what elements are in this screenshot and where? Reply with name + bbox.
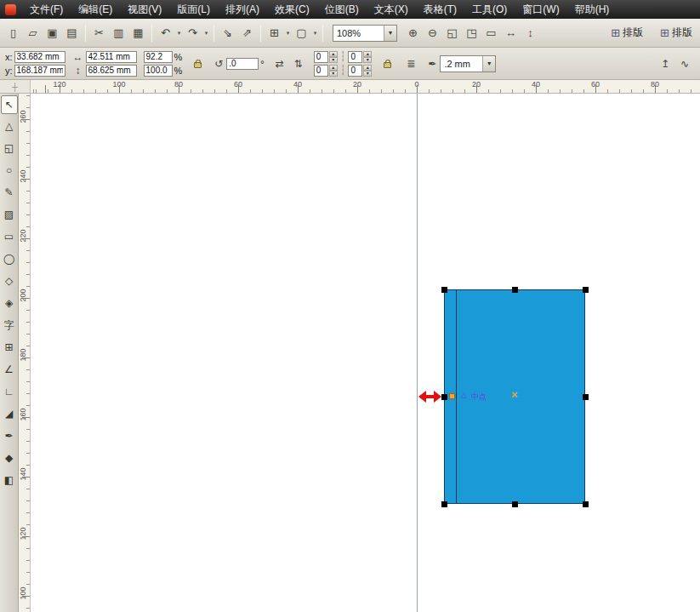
mirror-horizontal-button[interactable]: ⇄ <box>271 54 288 73</box>
rectangle-tool[interactable]: ▭ <box>1 226 18 247</box>
menu-item[interactable]: 窗口(W) <box>515 0 566 19</box>
welcome-screen-icon[interactable]: ▢ <box>293 24 310 42</box>
ellipse-tool[interactable]: ◯ <box>1 249 18 269</box>
redo-icon[interactable]: ↷ <box>184 24 202 42</box>
zoom-combo-dropdown-icon[interactable]: ▾ <box>384 26 396 41</box>
selection-handle-bottom-left[interactable] <box>441 501 447 507</box>
connector-tool[interactable]: ∟ <box>1 381 18 402</box>
menu-item[interactable]: 编辑(E) <box>71 0 120 19</box>
canvas[interactable]: △ 中点 × <box>31 94 700 612</box>
selection-handle-bottom-right[interactable] <box>583 501 589 507</box>
zoom-out-icon[interactable]: ⊖ <box>424 24 441 42</box>
object-height-input[interactable] <box>86 65 137 77</box>
scale-y-input[interactable] <box>144 65 173 77</box>
link-corners-button[interactable] <box>378 54 396 73</box>
copy-icon[interactable]: ▥ <box>110 24 128 42</box>
table-tool[interactable]: ⊞ <box>1 337 18 357</box>
spin-up-icon[interactable]: ▴ <box>329 65 338 71</box>
export-icon[interactable]: ⇗ <box>238 24 256 42</box>
application-launcher-icon[interactable]: ⊞ <box>265 24 283 42</box>
corner-radius-top-right-input[interactable] <box>348 51 362 63</box>
menu-item[interactable]: 视图(V) <box>120 0 169 19</box>
menu-item[interactable]: 工具(O) <box>464 0 515 19</box>
shape-tool[interactable]: △ <box>1 116 18 136</box>
spin-down-icon[interactable]: ▾ <box>329 71 338 77</box>
polygon-tool[interactable]: ◇ <box>1 271 18 291</box>
selection-handle-middle-left[interactable] <box>441 394 447 400</box>
eyedropper-tool[interactable]: ◢ <box>1 403 18 424</box>
object-width-input[interactable] <box>86 51 137 63</box>
corner-radius-bottom-left-input[interactable] <box>314 65 328 77</box>
spin-up-icon[interactable]: ▴ <box>363 65 372 71</box>
spin-down-icon[interactable]: ▾ <box>363 57 372 63</box>
text-tool[interactable]: 字 <box>1 315 18 335</box>
pick-tool[interactable]: ↖ <box>1 95 18 114</box>
zoom-in-icon[interactable]: ⊕ <box>404 24 422 42</box>
outline-width-dropdown-icon[interactable]: ▾ <box>482 56 495 71</box>
application-launcher-dropdown-icon[interactable]: ▾ <box>284 24 292 42</box>
rotation-angle-input[interactable] <box>226 58 259 70</box>
zoom-page-width-icon[interactable]: ↔ <box>502 24 520 42</box>
vertical-ruler[interactable]: 260240220200180160140120100 <box>19 94 31 612</box>
menu-item[interactable]: 表格(T) <box>416 0 464 19</box>
menu-item[interactable]: 帮助(H) <box>567 0 617 19</box>
crop-tool[interactable]: ◱ <box>1 138 18 158</box>
menu-item[interactable]: 效果(C) <box>267 0 317 19</box>
zoom-page-icon[interactable]: ▭ <box>482 24 500 42</box>
horizontal-ruler[interactable]: 12010080604020020406080 <box>31 80 700 93</box>
selection-handle-top-middle[interactable] <box>512 287 518 293</box>
smart-fill-tool[interactable]: ▨ <box>1 204 18 225</box>
zoom-tool[interactable]: ○ <box>1 160 18 180</box>
x-position-input[interactable] <box>14 51 65 63</box>
outline-width-combo[interactable]: .2 mm ▾ <box>440 55 496 72</box>
undo-icon[interactable]: ↶ <box>157 24 174 42</box>
zoom-selected-icon[interactable]: ◱ <box>443 24 461 42</box>
spin-down-icon[interactable]: ▾ <box>363 71 372 77</box>
basic-shapes-tool[interactable]: ◈ <box>1 293 18 313</box>
print-icon[interactable]: ▤ <box>63 24 81 42</box>
app-logo-icon[interactable] <box>5 4 16 15</box>
zoom-level-combo[interactable]: 108% ▾ <box>333 25 397 42</box>
to-front-button[interactable]: ↥ <box>657 54 674 73</box>
convert-to-curves-button[interactable]: ∿ <box>676 54 693 73</box>
layout-docker-button[interactable]: ⊞排版 <box>606 24 647 42</box>
freehand-tool[interactable]: ✎ <box>1 182 18 203</box>
interactive-fill-tool[interactable]: ◧ <box>1 470 18 490</box>
menu-item[interactable]: 文件(F) <box>22 0 71 19</box>
zoom-all-objects-icon[interactable]: ◳ <box>463 24 481 42</box>
mirror-vertical-button[interactable]: ⇅ <box>290 54 307 73</box>
new-document-icon[interactable]: ▯ <box>4 24 22 42</box>
scale-x-input[interactable] <box>144 51 173 63</box>
outline-pen-tool[interactable]: ✒ <box>1 426 18 446</box>
selection-handle-bottom-middle[interactable] <box>512 501 518 507</box>
spin-up-icon[interactable]: ▴ <box>329 51 338 57</box>
wrap-text-button[interactable]: ≣ <box>402 54 419 73</box>
cut-icon[interactable]: ✂ <box>90 24 108 42</box>
spin-down-icon[interactable]: ▾ <box>329 57 338 63</box>
layout-docker-button-2[interactable]: ⊞排版 <box>656 24 697 42</box>
menu-item[interactable]: 位图(B) <box>317 0 367 19</box>
menu-item[interactable]: 排列(A) <box>218 0 267 19</box>
fill-tool[interactable]: ◆ <box>1 448 18 468</box>
ruler-origin-button[interactable]: ┼ <box>0 80 31 93</box>
welcome-screen-dropdown-icon[interactable]: ▾ <box>311 24 319 42</box>
corner-radius-bottom-right-input[interactable] <box>348 65 362 77</box>
selection-handle-middle-right[interactable] <box>583 394 589 400</box>
zoom-page-height-icon[interactable]: ↕ <box>521 24 539 42</box>
menu-item[interactable]: 文本(X) <box>367 0 416 19</box>
dimension-tool[interactable]: ∠ <box>1 359 18 380</box>
selection-handle-top-right[interactable] <box>583 287 589 293</box>
spin-up-icon[interactable]: ▴ <box>363 51 372 57</box>
redo-dropdown-icon[interactable]: ▾ <box>202 24 210 42</box>
paste-icon[interactable]: ▦ <box>129 24 147 42</box>
menu-item[interactable]: 版面(L) <box>169 0 218 19</box>
y-position-input[interactable] <box>14 65 65 77</box>
open-icon[interactable]: ▱ <box>24 24 42 42</box>
lock-ratio-button[interactable] <box>189 54 206 73</box>
corner-radius-top-left-input[interactable] <box>314 51 328 63</box>
undo-dropdown-icon[interactable]: ▾ <box>175 24 183 42</box>
guideline[interactable] <box>417 94 418 612</box>
selection-handle-top-left[interactable] <box>441 287 447 293</box>
import-icon[interactable]: ⇘ <box>219 24 236 42</box>
save-icon[interactable]: ▣ <box>43 24 61 42</box>
